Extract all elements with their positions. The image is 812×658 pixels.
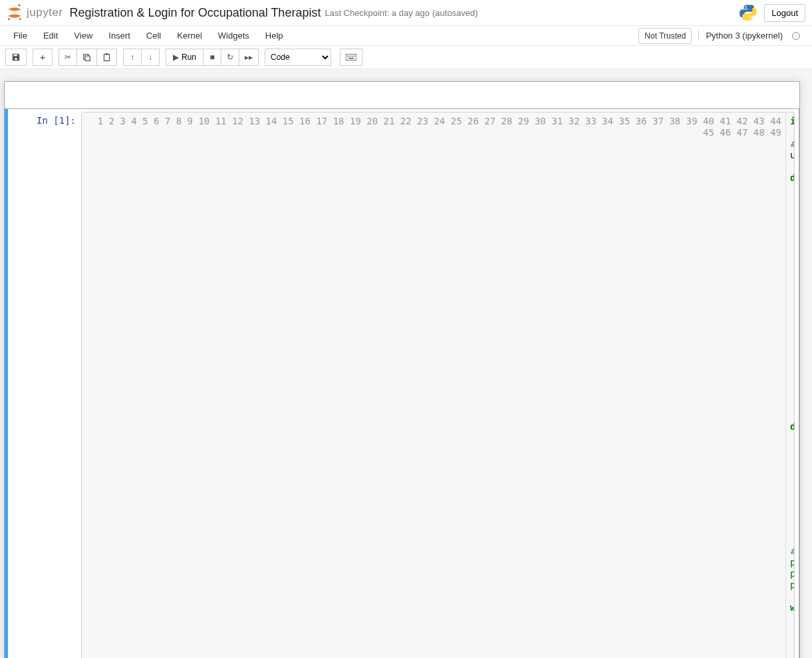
jupyter-logo[interactable]: jupyter (5, 3, 63, 22)
command-palette-button[interactable] (340, 49, 362, 66)
svg-rect-5 (104, 54, 109, 61)
paste-icon (102, 53, 111, 62)
input-area[interactable]: 1 2 3 4 5 6 7 8 9 10 11 12 13 14 15 16 1… (81, 112, 795, 658)
svg-rect-4 (85, 56, 90, 61)
svg-rect-10 (352, 56, 353, 57)
menu-insert[interactable]: Insert (100, 27, 138, 45)
menu-cell[interactable]: Cell (138, 27, 169, 45)
fast-forward-icon: ▸▸ (245, 53, 253, 62)
svg-point-2 (19, 19, 21, 21)
menu-widgets[interactable]: Widgets (210, 27, 257, 45)
code-cell[interactable]: In [1]: 1 2 3 4 5 6 7 8 9 10 11 12 13 14… (5, 108, 799, 658)
menubar: File Edit View Insert Cell Kernel Widget… (0, 26, 812, 46)
run-label: Run (182, 53, 196, 62)
autosaved-text: (autosaved) (432, 8, 478, 18)
stop-icon: ■ (209, 53, 214, 62)
menu-edit[interactable]: Edit (35, 27, 66, 45)
add-cell-button[interactable]: ＋ (33, 49, 53, 66)
copy-button[interactable] (76, 49, 97, 66)
save-icon (11, 53, 21, 62)
svg-point-0 (18, 4, 20, 6)
svg-rect-6 (106, 53, 108, 55)
svg-rect-11 (354, 56, 355, 57)
cut-icon: ✂ (65, 53, 71, 62)
code-editor[interactable]: import hashlib # Simulated storage of us… (786, 112, 794, 658)
menu-view[interactable]: View (66, 27, 100, 45)
header-bar: jupyter Registration & Login for Occupat… (0, 0, 812, 26)
kernel-name[interactable]: Python 3 (ipykernel) (698, 31, 783, 41)
input-prompt: In [1]: (8, 109, 81, 658)
jupyter-icon (5, 3, 24, 22)
keyboard-icon (346, 54, 356, 61)
menu-help[interactable]: Help (257, 27, 291, 45)
move-down-button[interactable]: ↓ (141, 49, 160, 66)
run-button[interactable]: ▶Run (166, 49, 203, 66)
svg-rect-7 (346, 54, 356, 61)
toolbar: ＋ ✂ ↑ ↓ ▶Run ■ ↻ ▸▸ Code (0, 46, 812, 69)
menu-file[interactable]: File (5, 27, 35, 45)
logout-button[interactable]: Logout (764, 4, 805, 22)
notebook-title[interactable]: Registration & Login for Occupational Th… (70, 6, 321, 20)
restart-button[interactable]: ↻ (221, 49, 239, 66)
restart-icon: ↻ (227, 53, 233, 62)
logo-text: jupyter (27, 6, 63, 19)
save-button[interactable] (5, 49, 27, 66)
notebook-container: In [1]: 1 2 3 4 5 6 7 8 9 10 11 12 13 14… (0, 69, 812, 658)
svg-point-1 (8, 18, 11, 21)
svg-rect-8 (347, 56, 348, 57)
line-gutter: 1 2 3 4 5 6 7 8 9 10 11 12 13 14 15 16 1… (82, 112, 786, 658)
arrow-up-icon: ↑ (130, 53, 134, 62)
svg-rect-12 (348, 58, 354, 59)
play-icon: ▶ (173, 53, 179, 62)
plus-icon: ＋ (39, 52, 47, 63)
checkpoint-text: Last Checkpoint: a day ago (325, 8, 430, 18)
arrow-down-icon: ↓ (148, 53, 152, 62)
python-icon (739, 3, 757, 22)
cell-type-select[interactable]: Code (265, 49, 331, 66)
kernel-indicator-icon (792, 32, 800, 40)
restart-run-all-button[interactable]: ▸▸ (239, 49, 259, 66)
move-up-button[interactable]: ↑ (123, 49, 142, 66)
stop-button[interactable]: ■ (203, 49, 221, 66)
trusted-indicator[interactable]: Not Trusted (638, 28, 692, 44)
svg-rect-9 (350, 56, 351, 57)
copy-icon (82, 53, 91, 62)
paste-button[interactable] (96, 49, 117, 66)
menu-kernel[interactable]: Kernel (169, 27, 210, 45)
notebook: In [1]: 1 2 3 4 5 6 7 8 9 10 11 12 13 14… (4, 81, 800, 658)
cut-button[interactable]: ✂ (59, 49, 77, 66)
